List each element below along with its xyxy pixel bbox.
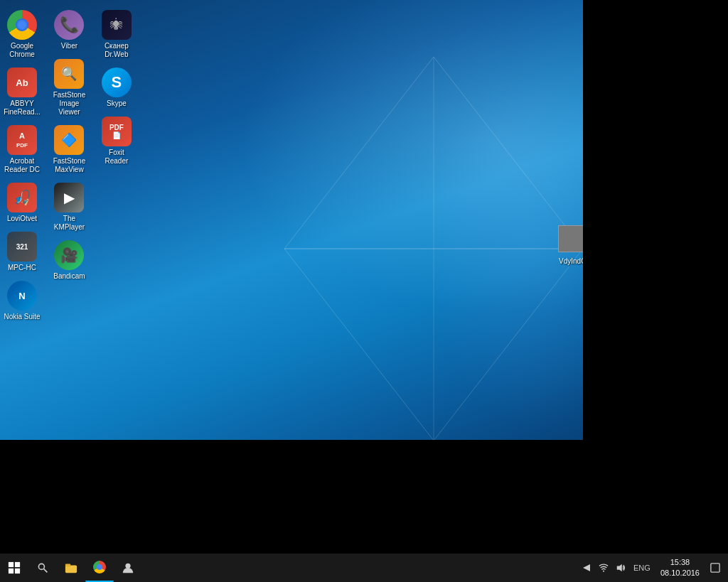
svg-line-4 <box>434 249 583 440</box>
icon-nokia[interactable]: N Nokia Suite <box>0 276 44 325</box>
tray-date: 08.10.2016 <box>660 568 700 578</box>
icon-label-foxit: Foxit Reader <box>97 149 136 166</box>
icon-faststone-viewer[interactable]: 🔍 FastStone Image Viewer <box>47 55 91 121</box>
taskbar-chrome-button[interactable] <box>85 554 114 582</box>
icon-label-abbyy: ABBYY FineRead... <box>3 99 41 117</box>
icon-loviomvet[interactable]: 🎣 LoviOtvet <box>0 178 44 227</box>
tray-network-icon[interactable] <box>595 554 612 582</box>
icon-label-mpchc: MPC-HC <box>8 264 36 272</box>
taskbar: ENG 15:38 08.10.2016 <box>0 554 728 582</box>
svg-line-11 <box>44 569 48 573</box>
icon-label-acrobat: Acrobat Reader DC <box>3 157 41 174</box>
svg-point-16 <box>603 571 604 572</box>
icon-label-drweb: Сканер Dr.Web <box>97 42 136 59</box>
icon-drweb[interactable]: 🕷 Сканер Dr.Web <box>95 6 139 63</box>
icon-google-chrome[interactable]: Google Chrome <box>0 6 44 63</box>
below-desktop <box>0 440 583 554</box>
icon-skype[interactable]: S Skype <box>95 63 139 112</box>
icon-mpchc[interactable]: 321 MPC-HC <box>0 227 44 276</box>
taskbar-search-button[interactable] <box>28 554 57 582</box>
start-button[interactable] <box>0 554 28 582</box>
icon-abbyy[interactable]: Ab ABBYY FineRead... <box>0 63 44 121</box>
tray-time: 15:38 <box>670 557 690 568</box>
icon-label-faststone-maxview: FastStone MaxView <box>50 157 88 174</box>
icon-label-chrome: Google Chrome <box>3 42 41 59</box>
svg-point-14 <box>125 564 130 568</box>
taskbar-people-button[interactable] <box>114 554 142 582</box>
svg-marker-17 <box>617 564 622 572</box>
windows-logo-decoration <box>284 57 583 440</box>
icon-faststone-maxview[interactable]: 🔷 FastStone MaxView <box>47 121 91 178</box>
icon-vdyindg[interactable]: VdyIndG <box>553 225 583 266</box>
desktop: Google Chrome Ab ABBYY FineRead... APDF … <box>0 0 583 440</box>
svg-rect-7 <box>15 562 20 567</box>
icon-label-vdyindg: VdyIndG <box>559 257 583 265</box>
svg-marker-15 <box>583 564 590 571</box>
icon-column-1: 📞 Viber 🔍 FastStone Image Viewer 🔷 FastS… <box>47 6 91 285</box>
system-tray: ENG 15:38 08.10.2016 <box>575 554 728 582</box>
icon-viber[interactable]: 📞 Viber <box>47 6 91 55</box>
tray-expand-button[interactable] <box>578 554 595 582</box>
icon-label-kmplayer: The KMPlayer <box>50 215 88 232</box>
right-strip <box>583 0 728 440</box>
icon-bandicam[interactable]: 🎥 Bandicam <box>47 236 91 285</box>
icon-label-skype: Skype <box>107 99 127 108</box>
svg-rect-8 <box>9 568 14 573</box>
icon-column-2: 🕷 Сканер Dr.Web S Skype PDF📄 Foxit Reade… <box>95 6 139 170</box>
taskbar-file-explorer-button[interactable] <box>57 554 85 582</box>
vdyindg-thumbnail <box>558 225 584 252</box>
svg-rect-9 <box>15 568 20 573</box>
svg-point-10 <box>38 564 44 569</box>
desktop-icons-area: Google Chrome Ab ABBYY FineRead... APDF … <box>0 0 139 331</box>
svg-line-3 <box>284 249 434 440</box>
icon-label-bandicam: Bandicam <box>53 272 85 281</box>
svg-rect-6 <box>9 562 14 567</box>
icon-label-nokia: Nokia Suite <box>4 313 40 321</box>
icon-label-viber: Viber <box>61 42 77 50</box>
icon-label-faststone-viewer: FastStone Image Viewer <box>50 91 88 117</box>
tray-action-center-button[interactable] <box>705 554 725 582</box>
icon-kmplayer[interactable]: ▶ The KMPlayer <box>47 178 91 236</box>
icon-label-loviomvet: LoviOtvet <box>7 215 37 223</box>
svg-rect-13 <box>65 564 70 567</box>
tray-language-indicator[interactable]: ENG <box>629 554 655 582</box>
svg-line-2 <box>434 57 583 249</box>
svg-rect-18 <box>711 564 719 572</box>
icon-column-0: Google Chrome Ab ABBYY FineRead... APDF … <box>0 6 44 325</box>
icon-foxit[interactable]: PDF📄 Foxit Reader <box>95 112 139 170</box>
tray-volume-icon[interactable] <box>612 554 629 582</box>
svg-line-1 <box>284 57 434 249</box>
tray-clock[interactable]: 15:38 08.10.2016 <box>655 554 705 582</box>
icon-acrobat[interactable]: APDF Acrobat Reader DC <box>0 121 44 178</box>
